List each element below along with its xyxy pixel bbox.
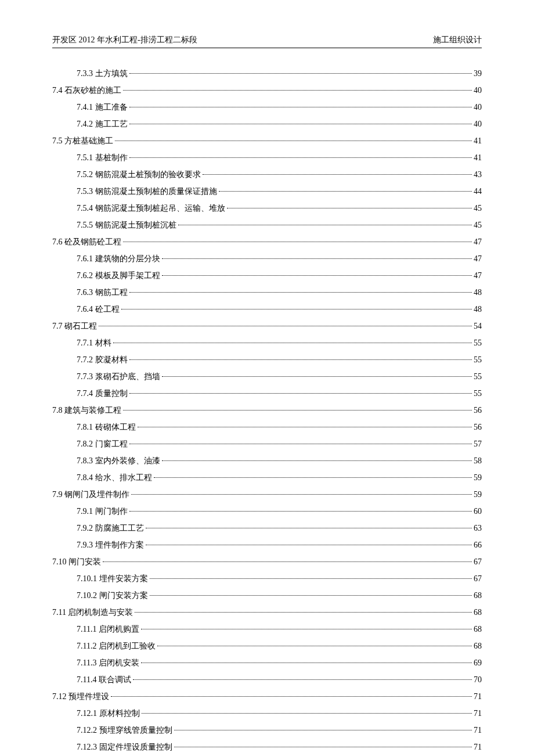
toc-entry-page: 67 (474, 554, 482, 570)
header-right: 施工组织设计 (433, 35, 482, 45)
toc-leader-dots (150, 578, 472, 579)
toc-entry-label: 7.7 砌石工程 (52, 318, 97, 334)
toc-entry-page: 67 (474, 571, 482, 587)
toc-entry: 7.10 闸门安装67 (52, 554, 482, 570)
toc-entry-page: 54 (474, 318, 482, 334)
toc-entry: 7.9.3 埋件制作方案66 (52, 537, 482, 553)
toc-entry-page: 40 (474, 99, 482, 116)
toc-entry-page: 48 (474, 301, 482, 318)
toc-entry-label: 7.6.2 模板及脚手架工程 (77, 268, 160, 284)
toc-entry-page: 47 (474, 251, 482, 267)
toc-entry-label: 7.12.2 预埋穿线管质量控制 (77, 722, 172, 739)
toc-entry-page: 40 (474, 82, 482, 99)
toc-leader-dots (129, 511, 472, 512)
toc-entry-label: 7.4.1 施工准备 (77, 99, 128, 116)
toc-entry: 7.12.1 原材料控制71 (52, 705, 482, 722)
toc-entry-page: 58 (474, 453, 482, 469)
toc-entry-label: 7.10 闸门安装 (52, 554, 101, 570)
toc-leader-dots (162, 460, 472, 461)
toc-entry-label: 7.4.2 施工工艺 (77, 116, 128, 132)
toc-entry-page: 55 (474, 386, 482, 402)
toc-entry: 7.5 方桩基础施工41 (52, 133, 482, 149)
toc-entry-label: 7.11.3 启闭机安装 (77, 655, 139, 671)
toc-leader-dots (99, 326, 472, 326)
toc-entry-label: 7.11.2 启闭机到工验收 (77, 638, 156, 654)
toc-entry: 7.9 钢闸门及埋件制作59 (52, 487, 482, 503)
toc-entry: 7.7.3 浆砌石护底、挡墙55 (52, 369, 482, 385)
toc-entry-label: 7.8.4 给水、排水工程 (77, 470, 152, 486)
toc-entry: 7.3.3 土方填筑39 (52, 66, 482, 82)
toc-leader-dots (146, 528, 472, 528)
toc-entry-label: 7.9.3 埋件制作方案 (77, 537, 144, 553)
toc-entry-page: 39 (474, 66, 482, 82)
header-left: 开发区 2012 年水利工程-排涝工程二标段 (52, 35, 197, 45)
toc-leader-dots (129, 359, 472, 360)
toc-entry-page: 47 (474, 268, 482, 284)
toc-entry: 7.6.4 砼工程48 (52, 301, 482, 318)
toc-entry-page: 68 (474, 588, 482, 604)
toc-entry: 7.8.3 室内外装修、油漆58 (52, 453, 482, 469)
toc-entry-page: 44 (474, 183, 482, 200)
toc-entry-page: 68 (474, 621, 482, 638)
toc-leader-dots (123, 410, 472, 411)
toc-leader-dots (113, 343, 472, 343)
toc-entry-page: 48 (474, 285, 482, 301)
toc-entry-label: 7.3.3 土方填筑 (77, 66, 128, 82)
toc-entry-label: 7.6 砼及钢筋砼工程 (52, 234, 121, 250)
toc-leader-dots (133, 679, 472, 680)
toc-entry-page: 40 (474, 116, 482, 132)
toc-entry: 7.11 启闭机制造与安装68 (52, 604, 482, 621)
toc-entry-label: 7.5.3 钢筋混凝土预制桩的质量保证措施 (77, 183, 217, 200)
toc-leader-dots (129, 124, 472, 124)
toc-entry-label: 7.8 建筑与装修工程 (52, 402, 121, 419)
toc-entry-label: 7.5.4 钢筋泥凝土预制桩起吊、运输、堆放 (77, 200, 225, 217)
toc-entry: 7.6.2 模板及脚手架工程47 (52, 268, 482, 284)
toc-entry: 7.4 石灰砂桩的施工40 (52, 82, 482, 99)
toc-entry: 7.5.4 钢筋泥凝土预制桩起吊、运输、堆放45 (52, 200, 482, 217)
toc-leader-dots (154, 477, 472, 478)
toc-leader-dots (111, 696, 472, 697)
toc-entry-label: 7.7.1 材料 (77, 335, 111, 351)
toc-leader-dots (162, 376, 472, 377)
toc-entry-page: 59 (474, 487, 482, 503)
toc-entry-label: 7.6.4 砼工程 (77, 301, 120, 318)
toc-entry-page: 43 (474, 167, 482, 183)
toc-entry-page: 71 (474, 722, 482, 739)
toc-entry-label: 7.5 方桩基础施工 (52, 133, 113, 149)
toc-entry-label: 7.6.3 钢筋工程 (77, 285, 128, 301)
toc-entry-page: 71 (474, 739, 482, 755)
toc-entry: 7.5.5 钢筋泥凝土预制桩沉桩45 (52, 217, 482, 233)
toc-leader-dots (219, 191, 472, 192)
toc-entry-label: 7.10.1 埋件安装方案 (77, 571, 148, 587)
toc-entry-label: 7.9.2 防腐施工工艺 (77, 520, 144, 537)
toc-entry-label: 7.12 预埋件埋设 (52, 689, 109, 705)
toc-entry-page: 71 (474, 689, 482, 705)
toc-entry-page: 71 (474, 705, 482, 722)
toc-entry-label: 7.6.1 建筑物的分层分块 (77, 251, 160, 267)
toc-entry: 7.11.2 启闭机到工验收68 (52, 638, 482, 654)
toc-entry-label: 7.5.2 钢筋混凝土桩预制的验收要求 (77, 167, 201, 183)
toc-entry-label: 7.8.1 砖砌体工程 (77, 419, 136, 435)
toc-leader-dots (141, 629, 472, 629)
toc-leader-dots (174, 730, 472, 730)
toc-leader-dots (129, 292, 472, 293)
toc-entry-page: 66 (474, 537, 482, 553)
toc-leader-dots (131, 494, 472, 495)
toc-leader-dots (103, 561, 472, 562)
toc-leader-dots (121, 309, 472, 309)
toc-entry-label: 7.11 启闭机制造与安装 (52, 604, 133, 621)
toc-entry-label: 7.11.1 启闭机购置 (77, 621, 139, 638)
toc-entry-label: 7.7.4 质量控制 (77, 386, 128, 402)
toc-entry-page: 63 (474, 520, 482, 537)
toc-leader-dots (227, 208, 472, 208)
toc-leader-dots (123, 90, 472, 91)
toc-entry: 7.6.3 钢筋工程48 (52, 285, 482, 301)
toc-entry: 7.12.2 预埋穿线管质量控制71 (52, 722, 482, 739)
toc-entry: 7.11.3 启闭机安装69 (52, 655, 482, 671)
toc-leader-dots (129, 107, 472, 107)
toc-entry-page: 55 (474, 369, 482, 385)
toc-entry-label: 7.5.1 基桩制作 (77, 150, 128, 166)
toc-entry-label: 7.4 石灰砂桩的施工 (52, 82, 121, 99)
toc-entry: 7.5.2 钢筋混凝土桩预制的验收要求43 (52, 167, 482, 183)
toc-entry: 7.8.2 门窗工程57 (52, 436, 482, 452)
